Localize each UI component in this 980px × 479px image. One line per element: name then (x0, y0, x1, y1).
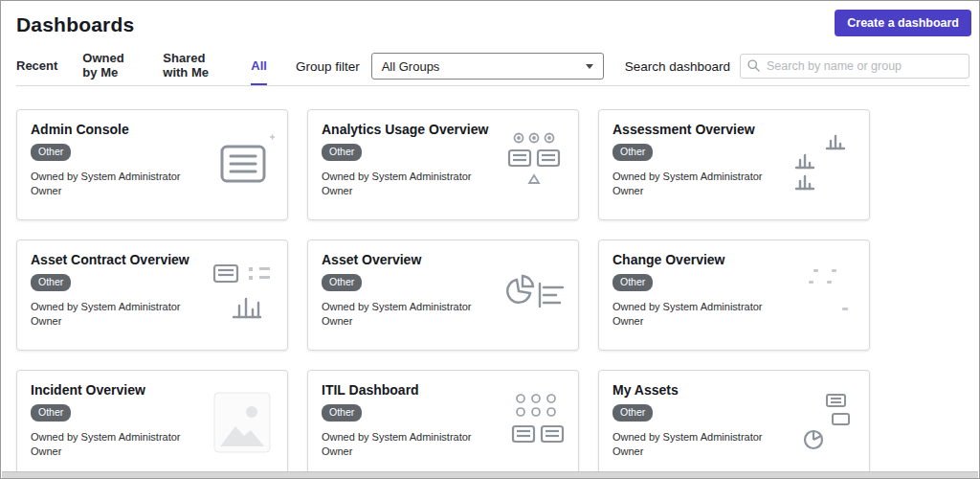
card-badge: Other (31, 274, 71, 291)
dashboard-card[interactable]: Analytics Usage Overview Other Owned by … (307, 109, 579, 220)
search-icon (746, 58, 761, 73)
search-box (740, 54, 969, 79)
search-input[interactable] (740, 54, 969, 79)
bar-charts-thumbnail-icon (789, 129, 861, 198)
card-badge: Other (31, 144, 71, 161)
chevron-down-icon (586, 64, 593, 69)
report-list-thumbnail-icon (207, 129, 279, 198)
dashboard-card[interactable]: ITIL Dashboard Other Owned by System Adm… (307, 370, 579, 479)
page-title: Dashboards (16, 13, 964, 36)
tab-recent[interactable]: Recent (16, 47, 57, 85)
group-filter-label: Group filter (296, 59, 360, 74)
group-filter-select[interactable]: All Groups (371, 53, 604, 80)
mixed-icons-thumbnail-icon (789, 390, 861, 459)
multi-widgets-thumbnail-icon (498, 129, 570, 198)
create-dashboard-button[interactable]: Create a dashboard (835, 10, 971, 36)
dashboard-card[interactable]: Incident Overview Other Owned by System … (16, 370, 288, 479)
dashboard-card[interactable]: Admin Console Other Owned by System Admi… (16, 109, 288, 220)
dashboard-card[interactable]: Asset Contract Overview Other Owned by S… (16, 240, 288, 351)
dashboard-card[interactable]: Change Overview Other Owned by System Ad… (598, 240, 870, 351)
card-badge: Other (612, 404, 653, 422)
tab-shared-with-me[interactable]: Shared with Me (163, 47, 226, 85)
dots-thumbnail-icon (789, 260, 861, 329)
horizontal-scrollbar[interactable] (2, 471, 978, 478)
image-placeholder-thumbnail-icon (207, 390, 279, 459)
group-filter: Group filter All Groups (296, 53, 604, 80)
page-header: Dashboards Create a dashboard (1, 1, 979, 47)
search-dashboard-label: Search dashboard (625, 59, 730, 74)
toolbar: RecentOwned by MeShared with MeAll Group… (16, 47, 969, 86)
dashboard-card[interactable]: My Assets Other Owned by System Administ… (598, 370, 870, 479)
pie-bars-thumbnail-icon (498, 260, 570, 329)
card-badge: Other (612, 144, 653, 161)
tab-all[interactable]: All (251, 47, 267, 85)
cards-grid: Admin Console Other Owned by System Admi… (1, 86, 979, 479)
tab-owned-by-me[interactable]: Owned by Me (82, 47, 138, 85)
card-badge: Other (322, 404, 362, 422)
group-filter-value: All Groups (382, 59, 440, 74)
dashboard-card[interactable]: Asset Overview Other Owned by System Adm… (307, 240, 579, 351)
list-bars-thumbnail-icon (207, 260, 279, 329)
dashboards-page: Dashboards Create a dashboard RecentOwne… (0, 0, 980, 479)
card-badge: Other (322, 144, 362, 161)
search-dashboard: Search dashboard (625, 54, 969, 79)
card-badge: Other (322, 274, 362, 291)
tab-bar: RecentOwned by MeShared with MeAll (16, 47, 267, 85)
grid-icons-thumbnail-icon (498, 390, 570, 459)
card-badge: Other (31, 404, 71, 422)
dashboard-card[interactable]: Assessment Overview Other Owned by Syste… (598, 109, 870, 220)
card-badge: Other (612, 274, 653, 291)
